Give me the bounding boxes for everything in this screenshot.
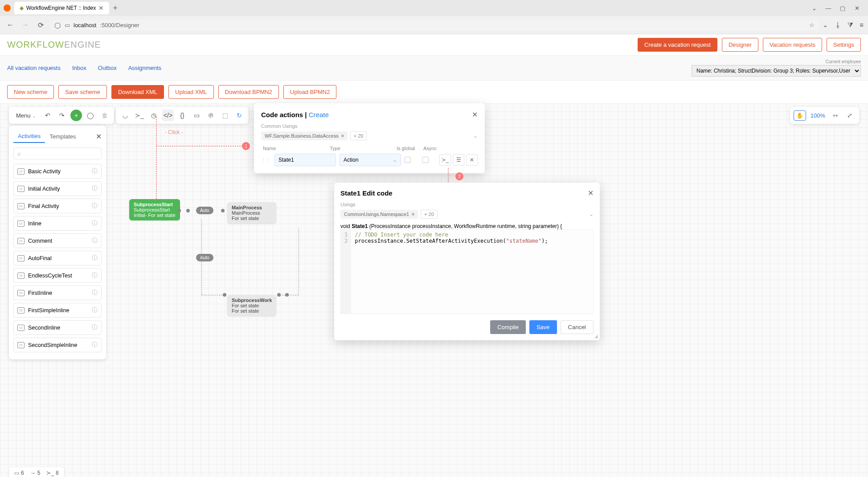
- resize-handle-icon[interactable]: ◢: [594, 334, 598, 338]
- new-scheme-button[interactable]: New scheme: [7, 85, 54, 99]
- activity-item[interactable]: ▭Final Activityⓘ: [13, 199, 102, 213]
- type-select[interactable]: Action⌄: [340, 154, 401, 166]
- minimize-icon[interactable]: —: [825, 5, 831, 12]
- info-icon[interactable]: ⓘ: [92, 220, 98, 227]
- tab-activities[interactable]: Activities: [13, 130, 45, 143]
- cancel-button[interactable]: Cancel: [561, 320, 594, 334]
- nav-inbox[interactable]: Inbox: [72, 65, 86, 71]
- activity-item[interactable]: ▭AutoFinalⓘ: [13, 251, 102, 265]
- close-icon[interactable]: ✕: [96, 132, 102, 141]
- new-tab-button[interactable]: +: [113, 4, 118, 13]
- activity-item[interactable]: ▭SecondSimpleInlineⓘ: [13, 338, 102, 352]
- create-vacation-button[interactable]: Create a vacation request: [638, 38, 717, 52]
- maximize-icon[interactable]: ▢: [839, 5, 846, 12]
- activity-item[interactable]: ▭FirstSimpleInlineⓘ: [13, 303, 102, 318]
- browser-tab[interactable]: ◆ WorkflowEngine NET :: Index ✕: [14, 2, 109, 14]
- activity-item[interactable]: ▭Basic Activityⓘ: [13, 164, 102, 179]
- activity-item[interactable]: ▭SecondInlineⓘ: [13, 320, 102, 335]
- info-icon[interactable]: ⓘ: [92, 202, 98, 210]
- user-icon[interactable]: ◡: [119, 110, 131, 121]
- activity-item[interactable]: ▭Commentⓘ: [13, 233, 102, 248]
- activity-item[interactable]: ▭Inlineⓘ: [13, 216, 102, 231]
- close-window-icon[interactable]: ✕: [854, 5, 860, 12]
- chevron-down-icon[interactable]: ⌄: [589, 211, 594, 217]
- name-input[interactable]: [274, 154, 336, 166]
- select-icon[interactable]: ⬚: [219, 110, 231, 121]
- screen-icon[interactable]: ▭: [191, 110, 202, 121]
- menu-icon[interactable]: ≡: [860, 21, 864, 29]
- create-link[interactable]: Create: [309, 111, 329, 118]
- chevron-down-icon[interactable]: ⌄: [811, 5, 817, 12]
- grip-icon[interactable]: ⋮⋮: [261, 157, 271, 163]
- compile-button[interactable]: Compile: [490, 320, 526, 334]
- usings-more[interactable]: + 20: [350, 131, 367, 140]
- upload-bpmn-button[interactable]: Upload BPMN2: [283, 85, 337, 99]
- close-icon[interactable]: ✕: [588, 189, 594, 197]
- info-icon[interactable]: ⓘ: [92, 324, 98, 331]
- activity-item[interactable]: ▭FirstInlineⓘ: [13, 285, 102, 300]
- upload-xml-button[interactable]: Upload XML: [168, 85, 214, 99]
- address-bar[interactable]: ◯ ▭ localhost:5000/Designer ☆: [50, 20, 819, 30]
- bookmark-icon[interactable]: ☆: [809, 22, 815, 29]
- download-bpmn-button[interactable]: Download BPMN2: [218, 85, 279, 99]
- nav-outbox[interactable]: Outbox: [98, 65, 117, 71]
- menu-dropdown[interactable]: Menu ⌄: [12, 110, 39, 121]
- redo-icon[interactable]: ↷: [56, 110, 68, 121]
- add-icon[interactable]: +: [70, 110, 82, 121]
- vacation-requests-button[interactable]: Vacation requests: [763, 38, 822, 52]
- info-icon[interactable]: ⓘ: [92, 185, 98, 192]
- tab-templates[interactable]: Templates: [45, 130, 80, 143]
- info-icon[interactable]: ⓘ: [92, 306, 98, 314]
- info-icon[interactable]: ⓘ: [92, 272, 98, 279]
- download-xml-button[interactable]: Download XML: [111, 85, 164, 99]
- close-icon[interactable]: ✕: [98, 4, 104, 12]
- download-icon[interactable]: ⭳: [835, 21, 841, 29]
- edit-code-icon[interactable]: ≻_: [439, 154, 451, 166]
- zoom-level[interactable]: 100%: [809, 112, 827, 119]
- extensions-icon[interactable]: ⧩: [848, 21, 853, 29]
- reload-icon[interactable]: ⟳: [35, 21, 46, 29]
- pocket-icon[interactable]: ⌄: [823, 21, 828, 29]
- info-icon[interactable]: ⓘ: [92, 237, 98, 245]
- usings-tag[interactable]: CommonUsings.Namespace1: [340, 210, 418, 219]
- code-icon[interactable]: </>: [162, 110, 174, 121]
- employee-select[interactable]: Name: Christina; StructDivision: Group 3…: [692, 65, 861, 77]
- info-icon[interactable]: ⓘ: [92, 254, 98, 262]
- pan-icon[interactable]: ✋: [794, 110, 806, 121]
- undo-icon[interactable]: ↶: [42, 110, 53, 121]
- canvas[interactable]: Menu ⌄ ↶ ↷ + ◯ 🗑 ◡ ≻_ ◷ </> {} ▭ ℗ ⬚ ↻ ✋…: [0, 103, 868, 477]
- activity-item[interactable]: ▭Initial Activityⓘ: [13, 181, 102, 196]
- activity-item[interactable]: ▭EndlessCycleTestⓘ: [13, 268, 102, 283]
- save-scheme-button[interactable]: Save scheme: [58, 85, 107, 99]
- designer-button[interactable]: Designer: [722, 38, 758, 52]
- async-checkbox[interactable]: [422, 157, 429, 163]
- fit-icon[interactable]: ⇿: [830, 110, 841, 121]
- search-input[interactable]: ⌕: [13, 147, 102, 159]
- global-checkbox[interactable]: [405, 157, 411, 163]
- close-icon[interactable]: ✕: [472, 110, 478, 119]
- clock-icon[interactable]: ◷: [148, 110, 160, 121]
- forward-icon[interactable]: →: [20, 21, 31, 29]
- delete-row-icon[interactable]: ✕: [466, 154, 478, 166]
- nav-assignments[interactable]: Assignments: [128, 65, 161, 71]
- history-icon[interactable]: ↻: [233, 110, 245, 121]
- usings-tag[interactable]: WF.Sample.Business.DataAccess: [261, 131, 348, 140]
- settings-button[interactable]: Settings: [827, 38, 861, 52]
- node-subprocess-start[interactable]: SubprocessStart SubprocessStart Initial-…: [129, 199, 180, 220]
- node-main-process[interactable]: MainProcess MainProcess For set state: [227, 202, 276, 224]
- delete-icon[interactable]: 🗑: [99, 110, 111, 121]
- braces-icon[interactable]: {}: [176, 110, 188, 121]
- back-icon[interactable]: ←: [4, 21, 16, 29]
- nav-all[interactable]: All vacation requests: [7, 65, 61, 71]
- fullscreen-icon[interactable]: ⤢: [844, 110, 856, 121]
- terminal-icon[interactable]: ≻_: [134, 110, 145, 121]
- code-editor[interactable]: 12 // TODO Insert your code here process…: [340, 229, 594, 314]
- info-icon[interactable]: ⓘ: [92, 341, 98, 349]
- globe-icon[interactable]: ℗: [205, 110, 217, 121]
- usings-more[interactable]: + 20: [421, 210, 438, 219]
- save-button[interactable]: Save: [529, 320, 557, 334]
- node-subprocess-work[interactable]: SubprocessWork For set state For set sta…: [227, 295, 276, 316]
- info-icon[interactable]: ⓘ: [92, 167, 98, 175]
- chevron-down-icon[interactable]: ⌄: [473, 133, 478, 139]
- settings-row-icon[interactable]: ☰: [453, 154, 464, 166]
